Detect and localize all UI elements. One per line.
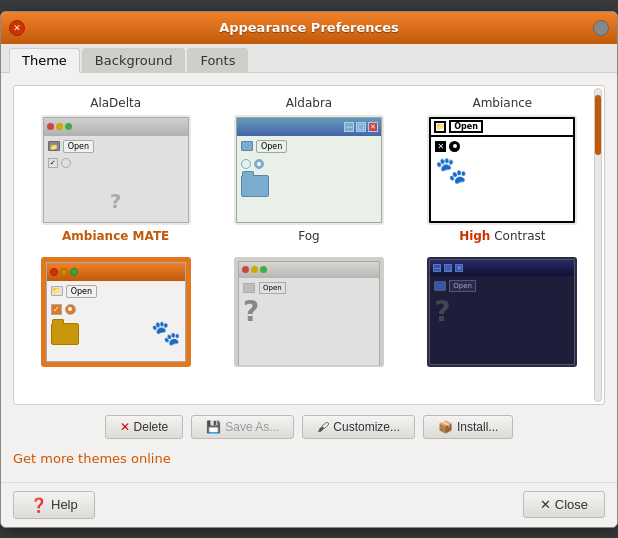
theme-item-row2-3[interactable]: — □ ✕ Open ? [411, 257, 594, 367]
tabs-bar: Theme Background Fonts [1, 44, 617, 73]
help-button[interactable]: ❓ Help [13, 491, 95, 519]
theme-item-aldabra[interactable]: Aldabra — □ ✕ [217, 96, 400, 225]
install-icon: 📦 [438, 420, 453, 434]
theme-preview-aladelta[interactable]: 📁 Open ✓ ? [41, 115, 191, 225]
tab-theme[interactable]: Theme [9, 48, 80, 73]
close-button[interactable]: ✕ [9, 20, 25, 36]
action-buttons: ✕ Delete 💾 Save As... 🖌 Customize... 📦 I… [13, 415, 605, 439]
theme-label-ambiance: Ambiance [472, 96, 532, 110]
theme-preview-ambiance-mate[interactable]: 📁 Open ✓ [41, 257, 191, 367]
help-icon: ❓ [30, 497, 47, 513]
save-icon: 💾 [206, 420, 221, 434]
scrollbar-track[interactable] [594, 88, 602, 402]
close-button-footer[interactable]: ✕ Close [523, 491, 605, 518]
grip-button[interactable] [593, 20, 609, 36]
theme-item-row2-2[interactable]: Open ? [217, 257, 400, 367]
link-bar: Get more themes online [13, 447, 605, 470]
install-button[interactable]: 📦 Install... [423, 415, 513, 439]
close-icon: ✕ [540, 497, 551, 512]
themes-row2: 📁 Open ✓ [24, 257, 594, 367]
content-area: AlaDelta 📁 Open [1, 73, 617, 482]
customize-icon: 🖌 [317, 420, 329, 434]
themes-row1-names: Ambiance MATE Fog High Contrast [24, 225, 594, 247]
theme-item-aladelta[interactable]: AlaDelta 📁 Open [24, 96, 207, 225]
titlebar: ✕ Appearance Preferences [1, 12, 617, 44]
theme-preview-aldabra[interactable]: — □ ✕ Open [234, 115, 384, 225]
main-window: ✕ Appearance Preferences Theme Backgroun… [0, 11, 618, 528]
scrollbar-thumb[interactable] [595, 95, 601, 155]
delete-icon: ✕ [120, 420, 130, 434]
tab-fonts[interactable]: Fonts [187, 48, 248, 72]
theme-preview-row2-3[interactable]: — □ ✕ Open ? [427, 257, 577, 367]
theme-item-ambiance-mate[interactable]: 📁 Open ✓ [24, 257, 207, 367]
theme-label-aladelta: AlaDelta [90, 96, 141, 110]
window-title: Appearance Preferences [33, 20, 585, 35]
theme-preview-ambiance[interactable]: 📁 Open ✕ 🐾 [427, 115, 577, 225]
online-themes-link[interactable]: Get more themes online [13, 451, 171, 466]
theme-label-aldabra: Aldabra [286, 96, 332, 110]
customize-button[interactable]: 🖌 Customize... [302, 415, 415, 439]
themes-row1: AlaDelta 📁 Open [24, 96, 594, 225]
fog-theme-name: Fog [217, 225, 400, 247]
theme-item-ambiance[interactable]: Ambiance 📁 Open ✕ [411, 96, 594, 225]
save-as-button[interactable]: 💾 Save As... [191, 415, 294, 439]
delete-button[interactable]: ✕ Delete [105, 415, 184, 439]
tab-background[interactable]: Background [82, 48, 186, 72]
footer: ❓ Help ✕ Close [1, 482, 617, 527]
themes-grid-container[interactable]: AlaDelta 📁 Open [13, 85, 605, 405]
selected-theme-name: Ambiance MATE [24, 225, 207, 247]
highcontrast-name: High Contrast [411, 225, 594, 247]
theme-preview-row2-2[interactable]: Open ? [234, 257, 384, 367]
